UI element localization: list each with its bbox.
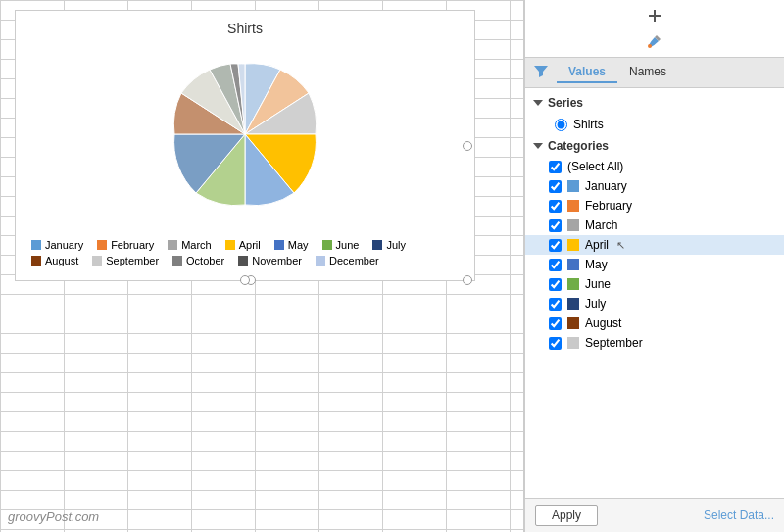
series-section-header[interactable]: Series xyxy=(525,92,784,114)
filter-label-january: January xyxy=(585,179,627,193)
tab-names[interactable]: Names xyxy=(617,62,678,83)
svg-point-2 xyxy=(648,44,652,48)
filter-label-may: May xyxy=(585,258,608,271)
swatch-march xyxy=(567,219,579,231)
legend-item-october: October xyxy=(172,255,224,266)
tab-values[interactable]: Values xyxy=(557,62,617,83)
legend-label-april: April xyxy=(239,239,261,251)
legend-item-february: February xyxy=(97,239,154,251)
checkbox-june[interactable] xyxy=(549,278,562,291)
filter-item-june[interactable]: June xyxy=(525,274,784,294)
filter-label-march: March xyxy=(585,218,617,232)
filter-label-june: June xyxy=(585,277,611,291)
swatch-july xyxy=(567,298,579,310)
series-item-label: Shirts xyxy=(573,118,604,131)
filter-item-march[interactable]: March xyxy=(525,216,784,235)
legend-label-february: February xyxy=(111,239,154,251)
bottom-bar: Apply Select Data... xyxy=(525,498,784,532)
add-button[interactable] xyxy=(639,3,670,28)
checkbox-february[interactable] xyxy=(549,200,562,213)
checkbox-may[interactable] xyxy=(549,259,562,271)
funnel-icon xyxy=(533,64,549,79)
legend-color-october xyxy=(172,256,182,266)
categories-label: Categories xyxy=(548,139,609,153)
legend-label-october: October xyxy=(186,255,224,266)
left-panel: Shirts xyxy=(0,0,524,532)
checkbox-july[interactable] xyxy=(549,298,562,311)
swatch-may xyxy=(567,259,579,270)
resize-handle-bm[interactable] xyxy=(240,275,250,285)
filter-item-may[interactable]: May xyxy=(525,255,784,274)
select-data-link[interactable]: Select Data... xyxy=(704,508,774,522)
checkbox-august[interactable] xyxy=(549,317,562,330)
swatch-february xyxy=(567,200,579,212)
legend-color-january xyxy=(31,240,41,250)
legend-item-august: August xyxy=(31,255,78,266)
collapse-triangle-categories xyxy=(533,143,543,149)
swatch-june xyxy=(567,278,579,290)
filter-item-april[interactable]: April ↖ xyxy=(525,235,784,255)
legend-color-april xyxy=(225,240,235,250)
filter-item-september[interactable]: September xyxy=(525,333,784,353)
series-item-shirts[interactable]: Shirts xyxy=(525,114,784,135)
filter-content[interactable]: Series Shirts Categories (Select All) xyxy=(525,88,784,498)
resize-handle-br[interactable] xyxy=(463,275,472,285)
legend-item-june: June xyxy=(322,239,360,251)
categories-section-header[interactable]: Categories xyxy=(525,135,784,157)
legend-item-may: May xyxy=(274,239,309,251)
checkbox-march[interactable] xyxy=(549,219,562,232)
chart-container[interactable]: Shirts xyxy=(15,10,475,281)
legend-item-december: December xyxy=(316,255,379,266)
filter-item-february[interactable]: February xyxy=(525,196,784,216)
legend-color-november xyxy=(238,256,248,266)
filter-label-july: July xyxy=(585,297,606,311)
legend-item-march: March xyxy=(168,239,212,251)
resize-handle-mr[interactable] xyxy=(463,141,472,151)
legend-item-november: November xyxy=(238,255,302,266)
checkbox-january[interactable] xyxy=(549,180,562,193)
swatch-april xyxy=(567,239,579,251)
chart-legend: January February March April May xyxy=(25,235,465,270)
style-button[interactable] xyxy=(639,28,670,54)
legend-color-august xyxy=(31,256,41,266)
legend-color-february xyxy=(97,240,107,250)
collapse-triangle-series xyxy=(533,100,543,106)
filter-item-august[interactable]: August xyxy=(525,314,784,333)
swatch-september xyxy=(567,337,579,349)
filter-item-july[interactable]: July xyxy=(525,294,784,314)
right-toolbar xyxy=(525,0,784,58)
series-radio-shirts[interactable] xyxy=(555,119,567,131)
filter-tabs: Values Names xyxy=(557,62,678,83)
legend-label-november: November xyxy=(252,255,302,266)
filter-icon xyxy=(533,64,549,82)
filter-item-selectall[interactable]: (Select All) xyxy=(525,157,784,176)
filter-item-january[interactable]: January xyxy=(525,176,784,196)
legend-label-july: July xyxy=(386,239,406,251)
swatch-august xyxy=(567,317,579,329)
checkbox-april[interactable] xyxy=(549,239,562,252)
series-label: Series xyxy=(548,96,583,110)
legend-color-june xyxy=(322,240,332,250)
filter-panel: Values Names Series Shirts Categories xyxy=(525,58,784,532)
brush-icon xyxy=(647,33,662,49)
legend-label-september: September xyxy=(106,255,159,266)
swatch-january xyxy=(567,180,579,192)
legend-item-april: April xyxy=(225,239,261,251)
filter-label-selectall: (Select All) xyxy=(567,160,623,173)
legend-item-january: January xyxy=(31,239,83,251)
main-area: Shirts xyxy=(0,0,784,532)
legend-color-december xyxy=(316,256,325,266)
right-panel: Values Names Series Shirts Categories xyxy=(524,0,784,532)
legend-label-may: May xyxy=(288,239,309,251)
legend-label-august: August xyxy=(45,255,78,266)
checkbox-september[interactable] xyxy=(549,337,562,350)
legend-label-march: March xyxy=(181,239,212,251)
cursor-indicator: ↖ xyxy=(616,239,625,252)
legend-label-january: January xyxy=(45,239,83,251)
plus-icon xyxy=(647,8,662,24)
apply-button[interactable]: Apply xyxy=(535,505,598,526)
checkbox-selectall[interactable] xyxy=(549,161,562,173)
legend-color-may xyxy=(274,240,284,250)
filter-label-september: September xyxy=(585,336,643,350)
filter-header: Values Names xyxy=(525,58,784,88)
